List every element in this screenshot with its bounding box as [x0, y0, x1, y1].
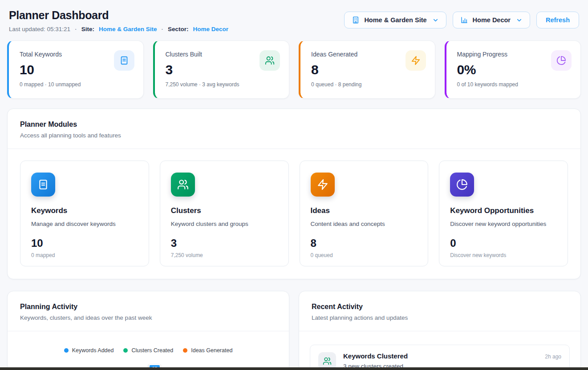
planning-activity-subtitle: Keywords, clusters, and ideas over the p… [20, 314, 276, 321]
users-icon [171, 173, 195, 197]
site-selector-dropdown[interactable]: Home & Garden Site [344, 12, 446, 28]
stat-card-total-keywords: Total Keywords 10 0 mapped · 10 unmapped [7, 40, 144, 99]
stats-row: Total Keywords 10 0 mapped · 10 unmapped… [7, 40, 581, 99]
legend-label: Clusters Created [131, 347, 173, 354]
stat-card-clusters-built: Clusters Built 3 7,250 volume · 3 avg ke… [153, 40, 290, 99]
chart-legend: Keywords Added Clusters Created Ideas Ge… [8, 347, 289, 354]
header-left: Planner Dashboard Last updated: 05:31:21… [9, 9, 228, 32]
site-link[interactable]: Home & Garden Site [99, 26, 157, 32]
modules-header: Planner Modules Access all planning tool… [8, 109, 580, 149]
last-updated-text: Last updated: 05:31:21 [9, 26, 70, 32]
legend-item-ideas-generated: Ideas Generated [183, 347, 232, 354]
page-header: Planner Dashboard Last updated: 05:31:21… [7, 9, 581, 32]
activity-chart: Keywords Added Clusters Created Ideas Ge… [8, 347, 289, 370]
activity-item-keywords-clustered: Keywords Clustered 2h ago 3 new clusters… [310, 345, 570, 370]
recent-activity-panel: Recent Activity Latest planning actions … [299, 291, 581, 370]
module-card-ideas[interactable]: Ideas Content ideas and concepts 8 0 que… [300, 161, 429, 266]
activity-item-timestamp: 2h ago [545, 354, 561, 360]
module-card-keywords[interactable]: Keywords Manage and discover keywords 10… [20, 161, 149, 266]
site-selector-label: Home & Garden Site [364, 16, 426, 24]
stat-card-mapping-progress: Mapping Progress 0% 0 of 10 keywords map… [445, 40, 581, 99]
users-icon [260, 50, 280, 71]
recent-activity-title: Recent Activity [312, 303, 568, 311]
refresh-button[interactable]: Refresh [536, 12, 579, 28]
legend-item-keywords-added: Keywords Added [64, 347, 114, 354]
legend-dot-icon [183, 348, 187, 353]
module-caption: 0 mapped [31, 252, 138, 258]
module-description: Content ideas and concepts [311, 221, 418, 227]
module-title: Keywords [31, 206, 138, 215]
stat-caption: 0 of 10 keywords mapped [457, 81, 572, 88]
activity-item-title: Keywords Clustered [343, 352, 408, 360]
modules-grid: Keywords Manage and discover keywords 10… [8, 149, 580, 279]
document-icon [31, 173, 55, 197]
sector-selector-dropdown[interactable]: Home Decor [453, 12, 530, 28]
header-actions: Home & Garden Site Home Decor Refresh [344, 12, 579, 28]
module-caption: Discover new keywords [450, 252, 557, 258]
pie-chart-icon [551, 50, 572, 71]
zap-icon [406, 50, 426, 71]
legend-label: Keywords Added [72, 347, 114, 354]
page-title: Planner Dashboard [9, 9, 228, 22]
legend-item-clusters-created: Clusters Created [123, 347, 173, 354]
planning-activity-panel: Planning Activity Keywords, clusters, an… [7, 291, 289, 370]
module-title: Keyword Opportunities [450, 206, 557, 215]
stat-caption: 0 mapped · 10 unmapped [20, 81, 134, 88]
module-card-keyword-opportunities[interactable]: Keyword Opportunities Discover new keywo… [439, 161, 568, 266]
recent-activity-header: Recent Activity Latest planning actions … [299, 291, 580, 331]
document-icon [114, 50, 134, 71]
bottom-grid: Planning Activity Keywords, clusters, an… [7, 291, 581, 370]
module-title: Ideas [311, 206, 418, 215]
module-description: Discover new keyword opportunities [450, 221, 557, 227]
chevron-down-icon [516, 17, 523, 24]
building-icon [352, 16, 360, 24]
recent-activity-subtitle: Latest planning actions and updates [312, 314, 568, 321]
legend-dot-icon [64, 348, 69, 353]
stat-caption: 7,250 volume · 3 avg keywords [166, 81, 280, 88]
sector-selector-label: Home Decor [473, 16, 511, 24]
module-value: 10 [31, 237, 138, 249]
bar-chart-icon [460, 16, 468, 24]
legend-dot-icon [123, 348, 128, 353]
planner-modules-panel: Planner Modules Access all planning tool… [7, 109, 581, 279]
sector-link[interactable]: Home Decor [193, 26, 228, 32]
planning-activity-header: Planning Activity Keywords, clusters, an… [8, 291, 289, 331]
stat-caption: 0 queued · 8 pending [311, 81, 426, 88]
module-value: 8 [311, 237, 418, 249]
modules-title: Planner Modules [20, 121, 568, 129]
chevron-down-icon [432, 17, 439, 24]
recent-activity-list: Keywords Clustered 2h ago 3 new clusters… [299, 331, 580, 370]
site-label: Site: [81, 26, 94, 32]
module-description: Keyword clusters and groups [171, 221, 278, 227]
module-caption: 7,250 volume [171, 252, 278, 258]
sector-label: Sector: [168, 26, 189, 32]
module-title: Clusters [171, 206, 278, 215]
bottom-edge-bar [0, 367, 588, 370]
planning-activity-title: Planning Activity [20, 303, 276, 311]
meta-separator: · [161, 26, 163, 32]
module-card-clusters[interactable]: Clusters Keyword clusters and groups 3 7… [160, 161, 289, 266]
modules-subtitle: Access all planning tools and features [20, 132, 568, 139]
planner-dashboard-page: Planner Dashboard Last updated: 05:31:21… [0, 0, 588, 370]
zap-icon [311, 173, 335, 197]
module-description: Manage and discover keywords [31, 221, 138, 227]
stat-card-ideas-generated: Ideas Generated 8 0 queued · 8 pending [299, 40, 435, 99]
module-caption: 0 queued [311, 252, 418, 258]
legend-label: Ideas Generated [191, 347, 232, 354]
meta-separator: · [75, 26, 77, 32]
pie-chart-icon [450, 173, 474, 197]
module-value: 3 [171, 237, 278, 249]
meta-line: Last updated: 05:31:21 · Site: Home & Ga… [9, 26, 228, 32]
module-value: 0 [450, 237, 557, 249]
